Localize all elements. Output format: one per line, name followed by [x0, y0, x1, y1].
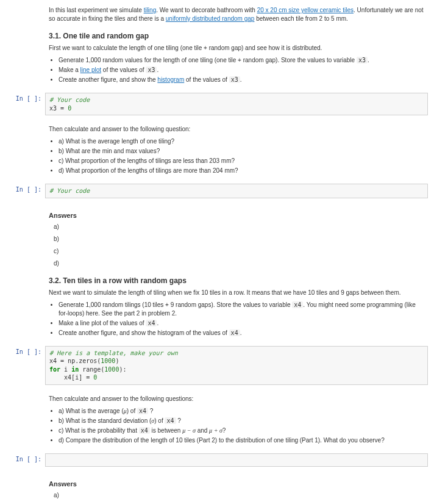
code-text: x3 [49, 105, 60, 112]
sec31-p1: First we want to calculate the length of… [49, 44, 424, 52]
q2-block: Then calculate and answer to the followi… [45, 389, 428, 450]
bullet: Generate 1,000 random tilings (10 tiles … [59, 301, 424, 318]
code-input[interactable]: # Your code [45, 184, 428, 198]
text: ? [176, 417, 181, 424]
code-x4: x4 [137, 408, 148, 414]
text: ? [222, 427, 226, 434]
mu-minus-sigma: μ − σ [182, 427, 196, 434]
text: b) What is the standard deviation ( [59, 417, 151, 424]
intro-block: In this last experiment we simulate tili… [45, 0, 428, 89]
q1-a: a) What is the average length of one til… [59, 137, 424, 146]
code-x4: x4 [146, 320, 157, 326]
intro-paragraph: In this last experiment we simulate tili… [49, 6, 424, 23]
code-input[interactable] [45, 453, 428, 467]
code-x3: x3 [229, 76, 240, 83]
code-x4: x4 [229, 329, 240, 336]
code-comment: # Your code [49, 96, 90, 103]
q2-a: a) What is the average (μ) of x4 ? [59, 407, 424, 416]
histogram-link[interactable]: histogram [157, 76, 184, 83]
q1-d: d) What proportion of the lengths of til… [59, 167, 424, 175]
code-kw: in [71, 366, 79, 373]
text: Make a [59, 67, 80, 73]
answers-1-block: Answers a) b) c) d) 3.2. Ten tiles in a … [45, 202, 428, 342]
input-prompt: In [ ]: [6, 453, 45, 463]
code-cell-1: In [ ]: # Your code x3 = 0 [6, 93, 428, 115]
code-text: i [60, 366, 71, 373]
code-cell-3: In [ ]: # Here is a template, make your … [6, 346, 428, 385]
text: between each tile from 2 to 5 mm. [254, 15, 347, 22]
text: ) of [127, 408, 137, 414]
code-text: range( [79, 366, 104, 373]
answers-heading: Answers [49, 212, 424, 219]
text: . [240, 76, 242, 83]
text: a) What is the average ( [59, 408, 124, 414]
answer-a: a) [54, 223, 424, 231]
text: ) of [154, 417, 165, 424]
code-x4: x4 [292, 301, 303, 308]
text: . We want to decorate bathroom with [156, 7, 257, 13]
tiles-link[interactable]: 20 x 20 cm size yellow ceramic tiles [257, 7, 354, 13]
answer-c: c) [54, 247, 424, 256]
q2-list: a) What is the average (μ) of x4 ? b) Wh… [59, 407, 424, 445]
code-comment: # Here is a template, make your own [49, 350, 178, 356]
text: In this last experiment we simulate [49, 7, 144, 13]
random-gap-link[interactable]: uniformly distributed random gap [166, 15, 255, 22]
text: . [157, 320, 158, 326]
text: and [196, 427, 209, 434]
input-prompt: In [ ]: [6, 93, 45, 102]
text: of the values of [101, 67, 146, 73]
bullet: Make a line plot of the values of x3. [59, 66, 424, 74]
code-num: 1000 [101, 358, 115, 364]
answer-b: b) [54, 235, 424, 243]
text: of the values of [184, 76, 229, 83]
code-num: 0 [68, 105, 71, 112]
bullet: Make a line plot of the values of x4. [59, 319, 424, 328]
code-text: x4 [49, 358, 60, 364]
text: is between [150, 427, 182, 434]
q1-b: b) What are the min and max values? [59, 147, 424, 156]
text: Generate 1,000 random values for the len… [59, 57, 357, 63]
q1-lead: Then calculate and answer to the followi… [49, 125, 424, 134]
text: Generate 1,000 random tilings (10 tiles … [59, 301, 292, 308]
code-comment: # Your code [49, 187, 90, 194]
section-3-2-title: 3.2. Ten tiles in a row with random gaps [49, 276, 424, 285]
code-text: ) [115, 358, 119, 364]
q2-lead: Then calculate and answer to the followi… [49, 395, 424, 403]
text: Create another figure, and show the [59, 76, 157, 83]
section-3-1-title: 3.1. One tile and random gap [49, 32, 424, 40]
answer-a: a) [54, 491, 424, 500]
answers-heading: Answers [49, 480, 424, 488]
q1-block: Then calculate and answer to the followi… [45, 119, 428, 180]
sec32-p1: Next we want to simulate the length of t… [49, 289, 424, 297]
q1-list: a) What is the average length of one til… [59, 137, 424, 175]
line-plot-link[interactable]: line plot [80, 67, 101, 73]
code-x3: x3 [357, 57, 368, 63]
text: . [240, 329, 242, 336]
code-num: 1000 [104, 366, 119, 373]
code-text: x4[i] [49, 374, 86, 381]
code-input[interactable]: # Your code x3 = 0 [45, 93, 428, 115]
code-cell-4: In [ ]: [6, 453, 428, 467]
code-text: ): [119, 366, 126, 373]
q2-c: c) What is the probability that x4 is be… [59, 427, 424, 435]
code-x3: x3 [146, 67, 157, 73]
sec31-bullets: Generate 1,000 random values for the len… [59, 56, 424, 84]
mu-plus-sigma: μ + σ [209, 427, 222, 434]
code-x4: x4 [165, 417, 176, 424]
code-input[interactable]: # Here is a template, make your own x4 =… [45, 346, 428, 385]
bullet: Create another figure, and show the hist… [59, 329, 424, 337]
bullet: Create another figure, and show the hist… [59, 76, 424, 84]
text: c) What is the probability that [59, 427, 139, 434]
text: ? [148, 408, 153, 414]
tiling-link[interactable]: tiling [144, 7, 157, 13]
q2-d: d) Compare the distribution of the lengt… [59, 436, 424, 445]
q1-c: c) What proportion of the lengths of til… [59, 157, 424, 165]
text: . [157, 67, 158, 73]
code-kw: for [49, 366, 60, 373]
code-cell-2: In [ ]: # Your code [6, 184, 428, 198]
text: . [368, 57, 369, 63]
input-prompt: In [ ]: [6, 346, 45, 355]
input-prompt: In [ ]: [6, 184, 45, 193]
code-x4: x4 [139, 427, 150, 434]
sec32-bullets: Generate 1,000 random tilings (10 tiles … [59, 301, 424, 337]
